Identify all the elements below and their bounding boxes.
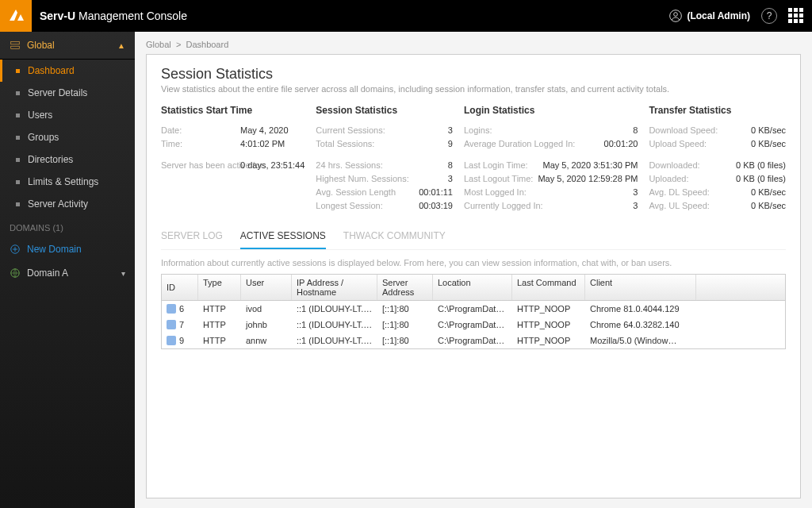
td-ip: ::1 (IDLOUHY-LT.tul.solar…: [292, 334, 377, 347]
stats-login: Login Statistics Logins:8 Average Durati…: [464, 105, 638, 214]
brand-title: Serv-U Management Console: [40, 10, 187, 22]
th-location[interactable]: Location: [433, 275, 512, 300]
stat-value: 0 days, 23:51:44: [240, 160, 304, 170]
stat-value: 00:03:19: [419, 201, 453, 210]
stats-start-time: Statistics Start Time Date:May 4, 2020 T…: [161, 105, 304, 214]
sidebar-item-groups[interactable]: Groups: [0, 126, 135, 148]
sidebar-item-directories[interactable]: Directories: [0, 148, 135, 171]
breadcrumb-current: Dashboard: [186, 40, 228, 49]
sidebar-item-users[interactable]: Users: [0, 104, 135, 126]
apps-grid-icon[interactable]: [788, 8, 804, 24]
td-id: 7: [162, 318, 198, 331]
session-icon: [167, 304, 176, 314]
stat-label: Download Speed:: [649, 125, 746, 135]
new-domain-label: New Domain: [27, 244, 82, 255]
tab-thwack-community[interactable]: THWACK COMMUNITY: [343, 230, 446, 249]
th-ip[interactable]: IP Address / Hostname: [292, 275, 377, 300]
th-user[interactable]: User: [241, 275, 292, 300]
stat-value: 0 KB (0 files): [736, 160, 786, 170]
user-icon: [669, 10, 682, 22]
table-row[interactable]: 6HTTPivod::1 (IDLOUHY-LT.tul.solar…[::1]…: [162, 301, 785, 317]
stat-label: Upload Speed:: [649, 139, 746, 148]
th-type[interactable]: Type: [198, 275, 241, 300]
page-desc: View statistics about the entire file se…: [161, 84, 786, 94]
table-body: 6HTTPivod::1 (IDLOUHY-LT.tul.solar…[::1]…: [162, 301, 785, 348]
sidebar-global-label: Global: [27, 40, 55, 51]
stat-label: Date:: [161, 125, 240, 135]
th-server-address[interactable]: Server Address: [377, 275, 433, 300]
user-label: (Local Admin): [687, 10, 750, 21]
sidebar-item-label: Groups: [28, 132, 59, 143]
stat-value: 0 KB/sec: [751, 201, 786, 210]
stats-head: Statistics Start Time: [161, 105, 304, 116]
stat-value: 3: [633, 201, 638, 210]
stat-label: Highest Num. Sessions:: [316, 174, 443, 183]
new-domain-button[interactable]: New Domain: [0, 237, 135, 261]
table-row[interactable]: 9HTTPannw::1 (IDLOUHY-LT.tul.solar…[::1]…: [162, 333, 785, 348]
stat-value: 0 KB/sec: [751, 139, 786, 148]
stat-value: 0 KB/sec: [751, 187, 786, 197]
td-user: johnb: [241, 318, 292, 331]
stat-value: May 4, 2020: [240, 125, 304, 135]
td-client: Chrome 64.0.3282.140: [585, 318, 696, 331]
stat-value: 3: [448, 174, 453, 183]
th-client[interactable]: Client: [585, 275, 696, 300]
stat-label: Time:: [161, 139, 240, 148]
sidebar-item-label: Users: [28, 110, 52, 121]
sidebar-domain-a[interactable]: Domain A ▾: [0, 261, 135, 285]
sidebar-item-label: Dashboard: [28, 65, 75, 76]
sidebar-item-limits-settings[interactable]: Limits & Settings: [0, 171, 135, 193]
td-ip: ::1 (IDLOUHY-LT.tul.solar…: [292, 318, 377, 331]
tab-active-sessions[interactable]: ACTIVE SESSIONS: [240, 230, 326, 249]
stat-value: 00:01:11: [419, 187, 453, 197]
sidebar-item-label: Server Details: [28, 87, 87, 98]
th-last-command[interactable]: Last Command: [512, 275, 585, 300]
help-button[interactable]: ?: [761, 8, 777, 24]
stat-value: 8: [633, 125, 638, 135]
stat-value: May 5, 2020 12:59:28 PM: [538, 174, 638, 183]
tab-server-log[interactable]: SERVER LOG: [161, 230, 223, 249]
stat-label: Total Sessions:: [316, 139, 443, 148]
td-type: HTTP: [198, 302, 241, 315]
stat-value: 9: [448, 139, 453, 148]
main: Global > Dashboard Session Statistics Vi…: [135, 32, 812, 508]
session-icon: [167, 320, 176, 329]
svg-rect-2: [11, 41, 20, 44]
td-id: 6: [162, 302, 198, 315]
dot-icon: [16, 91, 20, 95]
user-menu[interactable]: (Local Admin): [669, 10, 750, 22]
dot-icon: [16, 202, 20, 206]
sessions-table: ID Type User IP Address / Hostname Serve…: [161, 274, 786, 349]
th-id[interactable]: ID: [162, 275, 198, 300]
brand-name: Serv-U: [40, 10, 75, 22]
sidebar-item-server-activity[interactable]: Server Activity: [0, 193, 135, 215]
sidebar-item-server-details[interactable]: Server Details: [0, 82, 135, 104]
sidebar-item-dashboard[interactable]: Dashboard: [0, 60, 135, 82]
tabs: SERVER LOG ACTIVE SESSIONS THWACK COMMUN…: [161, 230, 786, 250]
sidebar-domains-label: DOMAINS (1): [0, 215, 135, 237]
td-type: HTTP: [198, 334, 241, 347]
stat-value: 00:01:20: [604, 139, 638, 148]
brand-subtitle: Management Console: [79, 10, 187, 22]
server-icon: [10, 40, 21, 51]
table-row[interactable]: 7HTTPjohnb::1 (IDLOUHY-LT.tul.solar…[::1…: [162, 317, 785, 333]
td-location: C:\ProgramData\RhinoSo…: [433, 302, 512, 315]
sidebar-item-label: Directories: [28, 154, 73, 165]
sidebar-global[interactable]: Global ▲: [0, 32, 135, 60]
dot-icon: [16, 69, 20, 73]
stats-session: Session Statistics Current Sessions:3 To…: [316, 105, 453, 214]
chevron-up-icon: ▲: [117, 41, 125, 50]
td-last-command: HTTP_NOOP: [512, 334, 585, 347]
svg-rect-3: [11, 46, 20, 49]
td-ip: ::1 (IDLOUHY-LT.tul.solar…: [292, 302, 377, 315]
stat-value: May 5, 2020 3:51:30 PM: [543, 160, 638, 170]
stat-label: 24 hrs. Sessions:: [316, 160, 443, 170]
stat-label: Server has been active for:: [161, 160, 240, 170]
sidebar-item-label: Limits & Settings: [28, 176, 98, 187]
breadcrumb-root[interactable]: Global: [146, 40, 171, 49]
td-server-address: [::1]:80: [377, 334, 433, 347]
sidebar-domain-label: Domain A: [27, 267, 68, 279]
td-user: ivod: [241, 302, 292, 315]
stat-label: Average Duration Logged In:: [464, 139, 599, 148]
session-icon: [167, 336, 176, 345]
